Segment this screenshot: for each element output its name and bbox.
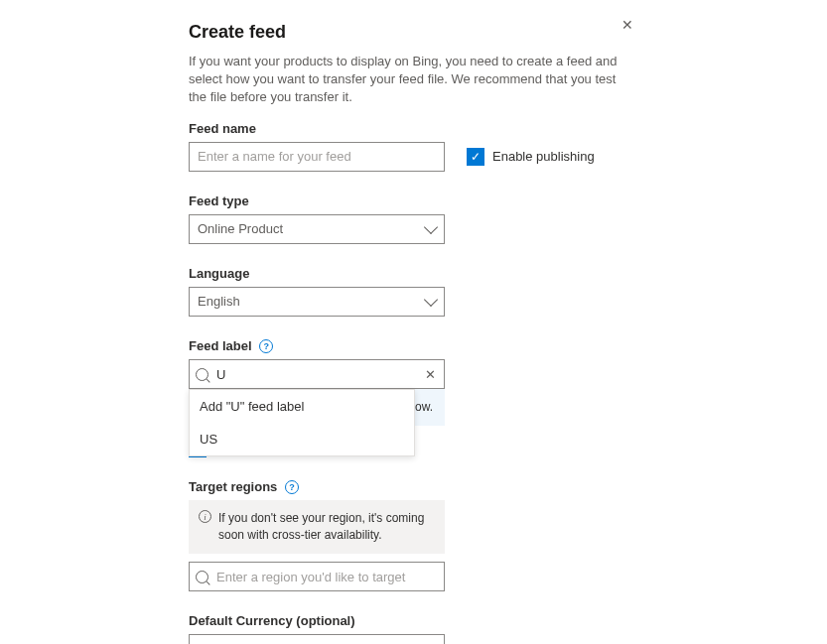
clear-icon[interactable]: ✕	[423, 367, 438, 382]
target-regions-input[interactable]	[214, 569, 438, 585]
chevron-down-icon	[424, 293, 438, 307]
default-currency-section: Default Currency (optional) Please selec…	[189, 613, 827, 644]
language-select[interactable]: English	[189, 287, 445, 317]
search-icon	[196, 571, 208, 583]
language-section: Language English	[189, 266, 827, 317]
feed-name-input[interactable]	[189, 142, 445, 172]
feed-label-input[interactable]	[214, 366, 417, 383]
help-icon[interactable]: ?	[285, 480, 299, 494]
target-regions-section: Target regions ? i If you don't see your…	[189, 479, 827, 591]
help-icon[interactable]: ?	[259, 339, 273, 353]
feed-name-label: Feed name	[189, 121, 827, 136]
target-regions-infobox: i If you don't see your region, it's com…	[189, 500, 445, 554]
target-regions-searchbox[interactable]	[189, 562, 445, 591]
chevron-down-icon	[424, 220, 438, 234]
feed-type-label: Feed type	[189, 193, 827, 208]
dropdown-item-us[interactable]: US	[190, 423, 414, 455]
close-icon[interactable]: ✕	[621, 18, 633, 32]
default-currency-select[interactable]: Please select ...	[189, 634, 445, 644]
feed-label-label: Feed label ?	[189, 338, 827, 354]
target-regions-label: Target regions ?	[189, 479, 827, 495]
default-currency-label: Default Currency (optional)	[189, 613, 827, 628]
chevron-down-icon	[424, 641, 438, 644]
create-feed-dialog: ✕ Create feed If you want your products …	[0, 0, 827, 644]
feed-type-section: Feed type Online Product	[189, 193, 827, 244]
check-icon: ✓	[467, 148, 484, 166]
feed-name-section: Feed name ✓ Enable publishing	[189, 121, 827, 172]
feed-type-value: Online Product	[198, 221, 283, 236]
dialog-intro: If you want your products to display on …	[189, 53, 625, 107]
enable-publishing-label: Enable publishing	[492, 149, 595, 164]
feed-label-section: Feed label ? ✕ Add "U" feed label US e. …	[189, 338, 827, 457]
feed-type-select[interactable]: Online Product	[189, 214, 445, 244]
language-value: English	[198, 294, 240, 309]
enable-publishing-checkbox[interactable]: ✓ Enable publishing	[467, 148, 595, 166]
feed-label-dropdown: Add "U" feed label US	[189, 389, 415, 456]
language-label: Language	[189, 266, 827, 281]
search-icon	[196, 368, 208, 381]
info-icon: i	[199, 510, 211, 523]
dropdown-item-add[interactable]: Add "U" feed label	[190, 390, 414, 423]
feed-label-searchbox[interactable]: ✕	[189, 359, 445, 389]
dialog-title: Create feed	[189, 22, 827, 43]
